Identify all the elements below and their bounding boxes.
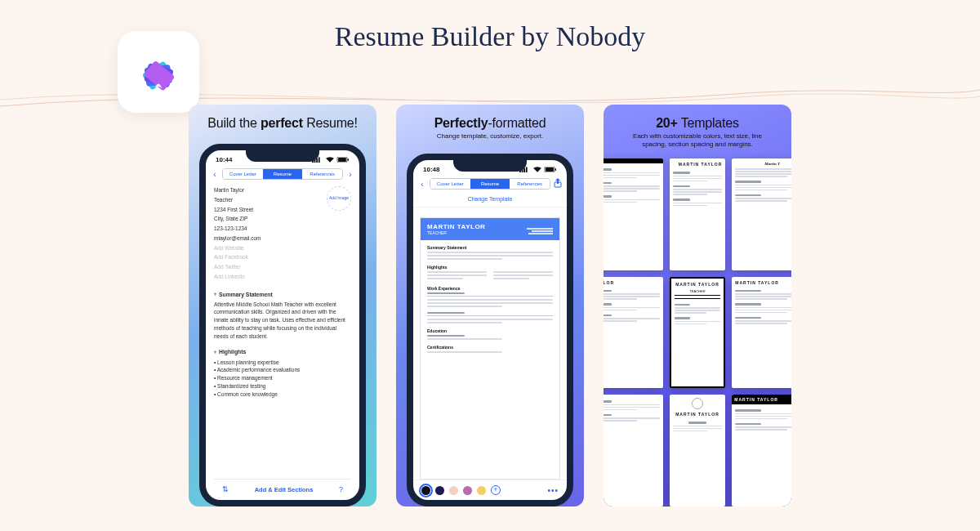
template-thumb[interactable] bbox=[604, 158, 663, 270]
add-facebook[interactable]: Add Facebook bbox=[214, 253, 351, 261]
add-edit-sections-button[interactable]: Add & Edit Sections bbox=[255, 485, 314, 494]
email-field[interactable]: mtaylor@email.com bbox=[214, 234, 261, 243]
highlights-heading[interactable]: Highlights bbox=[214, 348, 351, 356]
tab-resume[interactable]: Resume bbox=[470, 179, 510, 189]
screenshot-2: Perfectly-formatted Change template, cus… bbox=[396, 105, 584, 506]
swatch-3[interactable] bbox=[449, 486, 458, 495]
help-icon[interactable]: ? bbox=[339, 484, 343, 496]
template-thumb[interactable]: MARTIN TAYLOR bbox=[732, 277, 791, 389]
status-time: 10:44 bbox=[216, 156, 232, 163]
swatch-5[interactable] bbox=[477, 486, 486, 495]
tab-references[interactable]: References bbox=[510, 179, 550, 189]
status-time: 10:48 bbox=[423, 166, 439, 173]
change-template-button[interactable]: Change Template bbox=[413, 193, 567, 207]
role-field[interactable]: Teacher bbox=[214, 196, 261, 204]
screenshot-3: 20+ Templates Each with customizable col… bbox=[604, 105, 791, 506]
svg-rect-17 bbox=[555, 168, 556, 171]
template-grid: MARTIN TAYLOR Martin T R. TAYLOR MARTIN … bbox=[604, 149, 791, 506]
swatch-2[interactable] bbox=[435, 486, 444, 495]
document-tabs[interactable]: Cover Letter Resume References bbox=[222, 168, 343, 180]
document-tabs[interactable]: Cover Letter Resume References bbox=[430, 178, 550, 190]
resume-preview[interactable]: MARTIN TAYLOR TEACHER Summary Statement … bbox=[420, 217, 560, 480]
bottom-toolbar: ⇅ Add & Edit Sections ? bbox=[214, 479, 351, 501]
summary-heading[interactable]: Summary Statement bbox=[214, 291, 351, 299]
addr1-field[interactable]: 1234 First Street bbox=[214, 206, 261, 214]
phone-field[interactable]: 123-123-1234 bbox=[214, 225, 261, 233]
tab-cover-letter[interactable]: Cover Letter bbox=[223, 169, 263, 179]
panel2-sub: Change template, customize, export. bbox=[437, 132, 543, 141]
add-website[interactable]: Add Website bbox=[214, 244, 351, 252]
phone-frame-1: 10:44 ‹ Cover Letter Resume References › bbox=[199, 144, 366, 506]
svg-rect-14 bbox=[526, 167, 528, 172]
resume-form: Martin Taylor Teacher 1234 First Street … bbox=[206, 183, 359, 500]
chevron-left-icon[interactable]: ‹ bbox=[211, 170, 219, 179]
svg-rect-16 bbox=[546, 167, 554, 172]
panel1-headline: Build the perfect Resume! bbox=[207, 105, 358, 131]
preview-name: MARTIN TAYLOR bbox=[427, 223, 485, 230]
template-thumb[interactable]: MARTIN TAYLOR bbox=[732, 395, 791, 506]
swatch-1[interactable] bbox=[421, 486, 430, 495]
panel3-headline: 20+ Templates bbox=[656, 105, 739, 131]
battery-icon bbox=[544, 167, 557, 172]
tab-references[interactable]: References bbox=[302, 169, 342, 179]
svg-rect-7 bbox=[318, 157, 320, 163]
add-linkedin[interactable]: Add LinkedIn bbox=[214, 273, 351, 281]
template-thumb[interactable]: R. TAYLOR bbox=[604, 277, 663, 389]
template-thumb[interactable]: Martin T bbox=[732, 158, 791, 270]
phone-frame-2: 10:48 ‹ Cover Letter Resume References bbox=[407, 154, 573, 506]
summary-text[interactable]: Attentive Middle School Math Teacher wit… bbox=[214, 301, 351, 341]
chevron-right-icon[interactable]: › bbox=[346, 170, 354, 179]
tab-resume[interactable]: Resume bbox=[263, 169, 303, 179]
share-icon[interactable] bbox=[554, 178, 562, 190]
add-color-icon[interactable]: + bbox=[491, 485, 501, 495]
tab-cover-letter[interactable]: Cover Letter bbox=[430, 179, 470, 189]
preview-contact bbox=[527, 227, 553, 235]
reorder-icon[interactable]: ⇅ bbox=[222, 484, 229, 496]
wifi-icon bbox=[326, 157, 334, 163]
add-image-button[interactable]: Add Image bbox=[327, 186, 351, 211]
add-twitter[interactable]: Add Twitter bbox=[214, 263, 351, 271]
panel2-headline: Perfectly-formatted bbox=[434, 105, 546, 131]
preview-title: TEACHER bbox=[427, 230, 485, 235]
swatch-4[interactable] bbox=[463, 486, 472, 495]
wifi-icon bbox=[533, 167, 541, 172]
color-swatches: + ••• bbox=[413, 480, 567, 500]
svg-rect-10 bbox=[348, 158, 349, 161]
name-field[interactable]: Martin Taylor bbox=[214, 186, 261, 194]
battery-icon bbox=[336, 157, 350, 163]
svg-rect-9 bbox=[338, 158, 346, 162]
panel3-sub: Each with customizable colors, text size… bbox=[624, 132, 771, 149]
template-thumb[interactable] bbox=[604, 395, 663, 506]
chevron-left-icon[interactable]: ‹ bbox=[418, 180, 426, 189]
app-icon bbox=[118, 31, 199, 113]
template-thumb[interactable]: MARTIN TAYLOR TEACHER bbox=[670, 277, 726, 389]
screenshot-1: Build the perfect Resume! 10:44 ‹ Cover … bbox=[189, 105, 376, 506]
highlights-list[interactable]: Lesson planning expertise Academic perfo… bbox=[214, 359, 351, 399]
screenshot-panels: Build the perfect Resume! 10:44 ‹ Cover … bbox=[189, 105, 791, 506]
more-icon[interactable]: ••• bbox=[547, 486, 559, 495]
template-thumb[interactable]: MARTIN TAYLOR bbox=[670, 158, 726, 270]
template-thumb[interactable]: MARTIN TAYLOR bbox=[670, 395, 726, 506]
addr2-field[interactable]: City, State ZIP bbox=[214, 215, 261, 223]
